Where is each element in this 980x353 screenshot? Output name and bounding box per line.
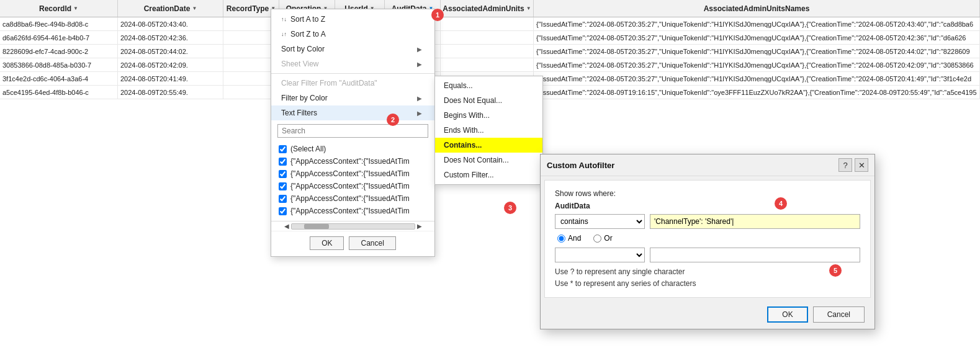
dialog-help-button[interactable]: ? — [838, 158, 852, 172]
dialog-footer: OK Cancel — [541, 302, 874, 329]
or-radio-label[interactable]: Or — [593, 234, 612, 243]
dropdown-ok-button[interactable]: OK — [310, 236, 344, 250]
text-filter-custom[interactable]: Custom Filter... — [435, 168, 542, 182]
and-radio-label[interactable]: And — [557, 234, 581, 243]
condition2-select[interactable] — [555, 248, 645, 262]
spreadsheet: RecordId ▼ CreationDate ▼ RecordType ▼ O… — [0, 0, 980, 353]
text-filter-begins-with[interactable]: Begins With... — [435, 108, 542, 123]
custom-autofilter-dialog: Custom Autofilter ? ✕ Show rows where: A… — [540, 154, 875, 329]
grid-header: RecordId ▼ CreationDate ▼ RecordType ▼ O… — [0, 0, 980, 17]
chevron-right-icon: ▶ — [417, 61, 422, 68]
dialog-controls: ? ✕ — [838, 158, 868, 172]
step-badge-4: 4 — [775, 197, 787, 210]
dialog-titlebar: Custom Autofilter ? ✕ — [541, 154, 874, 176]
text-filter-does-not-contain[interactable]: Does Not Contain... — [435, 153, 542, 168]
checkbox-select-all-input[interactable] — [279, 145, 287, 153]
scroll-right-icon[interactable]: ▶ — [415, 223, 424, 230]
filter-by-color-item[interactable]: Filter by Color ▶ — [271, 91, 434, 105]
chevron-right-icon: ▶ — [417, 110, 422, 117]
search-input[interactable] — [277, 124, 428, 138]
filter-arrow-record[interactable]: ▼ — [73, 6, 78, 11]
text-filter-equals[interactable]: Equals... — [435, 78, 542, 93]
dropdown-cancel-button[interactable]: Cancel — [349, 236, 395, 250]
filter-arrow-creation[interactable]: ▼ — [192, 6, 197, 11]
checkbox-item-2-input[interactable] — [279, 182, 287, 190]
table-row: 30853866-08d8-485a-b030-7 2024-08-05T20:… — [0, 58, 980, 72]
checkbox-item-3-input[interactable] — [279, 195, 287, 203]
condition2-input[interactable] — [650, 248, 860, 262]
dialog-cancel-button[interactable]: Cancel — [813, 306, 865, 323]
condition1-input[interactable] — [650, 214, 860, 229]
col-header-creation: CreationDate ▼ — [118, 0, 223, 17]
dialog-body: Show rows where: AuditData contains And … — [544, 180, 871, 298]
step-badge-3: 3 — [504, 202, 516, 214]
list-item[interactable]: {"AppAccessContext":{"IssuedAtTim — [271, 205, 434, 217]
table-row: ca8d8ba6-f9ec-494b-8d08-c 2024-08-05T20:… — [0, 17, 980, 31]
list-item[interactable]: {"AppAccessContext":{"IssuedAtTim — [271, 180, 434, 192]
sort-az-icon: ↑↓ — [281, 17, 287, 22]
scroll-left-icon[interactable]: ◀ — [282, 223, 291, 230]
scroll-thumb[interactable] — [304, 224, 329, 229]
col-header-assocadmin: AssociatedAdminUnits ▼ — [441, 0, 534, 17]
chevron-right-icon: ▶ — [417, 95, 422, 102]
list-item[interactable]: {"AppAccessContext":{"IssuedAtTim — [271, 192, 434, 205]
dialog-condition-row2 — [555, 248, 860, 262]
menu-divider — [271, 73, 434, 74]
list-item[interactable]: {"AppAccessContext":{"IssuedAtTim — [271, 155, 434, 168]
table-row: 8228609d-efc7-4cad-900c-2 2024-08-05T20:… — [0, 45, 980, 58]
sheet-view-item[interactable]: Sheet View ▶ — [271, 56, 434, 71]
dialog-ok-button[interactable]: OK — [767, 306, 807, 323]
checkbox-item-0-input[interactable] — [279, 158, 287, 166]
filter-arrow-assocadmin[interactable]: ▼ — [526, 6, 531, 11]
sort-a-z-item[interactable]: ↑↓ Sort A to Z — [271, 12, 434, 27]
list-item[interactable]: {"AppAccessContext":{"IssuedAtTim — [271, 168, 434, 180]
dialog-hint: Use ? to represent any single character … — [555, 266, 860, 290]
dialog-condition-row1: contains — [555, 214, 860, 229]
and-radio[interactable] — [557, 235, 565, 243]
dialog-title: Custom Autofilter — [547, 161, 614, 170]
text-filter-ends-with[interactable]: Ends With... — [435, 123, 542, 138]
dialog-and-or-row: And Or — [555, 234, 860, 243]
text-filters-item[interactable]: Text Filters ▶ — [271, 105, 434, 120]
chevron-right-icon: ▶ — [417, 46, 422, 53]
scroll-track[interactable] — [291, 223, 415, 230]
or-radio[interactable] — [593, 235, 601, 243]
checkbox-item-1-input[interactable] — [279, 170, 287, 178]
dialog-show-rows-label: Show rows where: — [555, 189, 860, 198]
sort-za-icon: ↓↑ — [281, 32, 287, 37]
checkbox-list: (Select All) {"AppAccessContext":{"Issue… — [271, 141, 434, 218]
sort-by-color-item[interactable]: Sort by Color ▶ — [271, 42, 434, 56]
step-badge-2: 2 — [387, 114, 399, 126]
search-box-wrapper — [271, 120, 434, 141]
col-header-assocnames: AssociatedAdminUnitsNames — [534, 0, 980, 17]
dialog-column-label: AuditData — [555, 202, 860, 210]
dialog-close-button[interactable]: ✕ — [855, 158, 868, 172]
dropdown-ok-cancel: OK Cancel — [271, 231, 434, 254]
condition1-select[interactable]: contains — [555, 214, 645, 229]
horizontal-scrollbar[interactable]: ◀ ▶ — [271, 221, 434, 231]
clear-filter-item[interactable]: Clear Filter From "AuditData" — [271, 76, 434, 91]
text-filter-does-not-equal[interactable]: Does Not Equal... — [435, 93, 542, 108]
col-header-record: RecordId ▼ — [0, 0, 118, 17]
text-filters-submenu: Equals... Does Not Equal... Begins With.… — [434, 76, 543, 185]
step-badge-1: 1 — [431, 9, 444, 21]
checkbox-select-all[interactable]: (Select All) — [271, 143, 434, 155]
step-badge-5: 5 — [829, 264, 842, 277]
text-filter-contains[interactable]: Contains... — [435, 138, 542, 153]
table-row: d6a626fd-6954-461e-b4b0-7 2024-08-05T20:… — [0, 31, 980, 45]
sort-z-a-item[interactable]: ↓↑ Sort Z to A — [271, 27, 434, 42]
filter-dropdown: ↑↓ Sort A to Z ↓↑ Sort Z to A Sort by Co… — [271, 9, 435, 257]
checkbox-item-4-input[interactable] — [279, 207, 287, 215]
